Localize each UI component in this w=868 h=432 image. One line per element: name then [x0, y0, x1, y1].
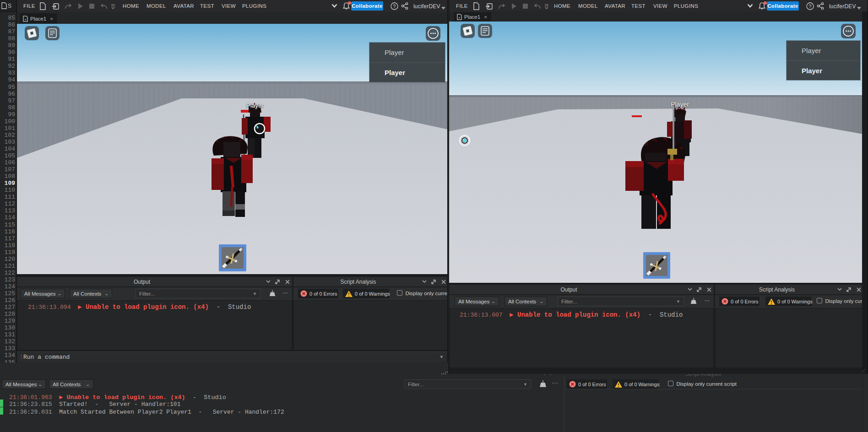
svg-text:?: ?: [808, 4, 812, 9]
svg-text:?: ?: [393, 4, 396, 9]
